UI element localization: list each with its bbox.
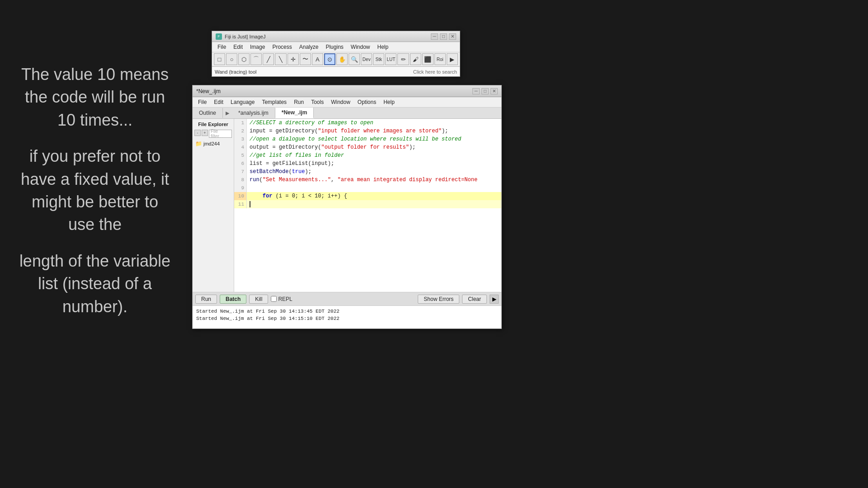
tool-polygon[interactable]: ⬡	[238, 53, 250, 65]
tool-freehand-line[interactable]: 〜	[300, 53, 311, 65]
tool-freehand[interactable]: ⌒	[250, 53, 262, 65]
fiji-toolbar-window: F Fiji is Just] ImageJ ─ □ ✕ File Edit I…	[212, 31, 460, 77]
fiji-menu-plugins[interactable]: Plugins	[322, 43, 347, 51]
editor-bottom-bar: Run Batch Kill REPL Show Errors Clear ▶	[193, 292, 501, 306]
tool-rectangle[interactable]: □	[214, 53, 225, 65]
tab-outline[interactable]: Outline	[193, 108, 223, 118]
left-text-p2: if you prefer not to have a fixed value,…	[18, 145, 172, 236]
fiji-title-bar: F Fiji is Just] ImageJ ─ □ ✕	[212, 31, 460, 42]
left-text-p1: The value 10 means the code will be run …	[18, 63, 172, 131]
tool-macro[interactable]: ▶	[447, 53, 458, 65]
fe-plus-button[interactable]: +	[202, 130, 208, 136]
file-explorer-panel: File Explorer - + File filter... 📁 jmd24…	[193, 119, 234, 292]
tool-segmented[interactable]: ╲	[275, 53, 286, 65]
fe-minus-button[interactable]: -	[194, 130, 201, 136]
tool-stk[interactable]: Stk	[373, 53, 384, 65]
code-line-9: 9	[234, 184, 501, 192]
batch-button[interactable]: Batch	[220, 295, 246, 304]
fiji-title-text: Fiji is Just] ImageJ	[225, 34, 265, 39]
folder-name: jmd244	[203, 141, 220, 146]
editor-close-button[interactable]: ✕	[491, 88, 498, 94]
editor-menu-window[interactable]: Window	[327, 98, 354, 106]
code-line-11: 11	[234, 200, 501, 208]
tab-new-ijm[interactable]: *New_.ijm	[275, 108, 314, 118]
tool-pencil[interactable]: ✏	[397, 53, 409, 65]
fe-filter-input[interactable]: File filter...	[209, 130, 232, 138]
editor-body: File Explorer - + File filter... 📁 jmd24…	[193, 119, 501, 292]
tab-arrow: ▶	[223, 109, 232, 117]
editor-maximize-button[interactable]: □	[481, 88, 489, 94]
show-errors-button[interactable]: Show Errors	[418, 295, 459, 304]
tool-wand[interactable]: ⊙	[324, 53, 335, 65]
fiji-menu-edit[interactable]: Edit	[230, 43, 246, 51]
tool-arrow[interactable]: ✛	[288, 53, 299, 65]
code-line-10: 10 for (i = 0; i < 10; i++) {	[234, 192, 501, 200]
fiji-menu-analyze[interactable]: Analyze	[296, 43, 322, 51]
editor-tabs: Outline ▶ *analysis.ijm *New_.ijm	[193, 108, 501, 119]
editor-minimize-button[interactable]: ─	[472, 88, 480, 94]
editor-menu-file[interactable]: File	[194, 98, 210, 106]
code-line-6: 6 list = getFileList(input);	[234, 160, 501, 168]
kill-button[interactable]: Kill	[249, 295, 268, 304]
editor-menu-language[interactable]: Language	[227, 98, 258, 106]
tool-lut[interactable]: LUT	[385, 53, 396, 65]
fiji-menu-help[interactable]: Help	[374, 43, 392, 51]
play-button[interactable]: ▶	[490, 295, 499, 304]
fiji-menu-process[interactable]: Process	[269, 43, 295, 51]
fiji-menu-image[interactable]: Image	[246, 43, 269, 51]
editor-menu-edit[interactable]: Edit	[210, 98, 227, 106]
fe-folder-item[interactable]: 📁 jmd244	[194, 140, 232, 148]
code-line-1: 1 //SELECT a directory of images to open	[234, 119, 501, 127]
code-line-7: 7 setBatchMode(true);	[234, 168, 501, 176]
fiji-menu-window[interactable]: Window	[347, 43, 374, 51]
editor-window-controls: ─ □ ✕	[472, 88, 498, 94]
code-line-8: 8 run("Set Measurements...", "area mean …	[234, 176, 501, 184]
editor-menu-options[interactable]: Options	[354, 98, 380, 106]
tool-hand[interactable]: ✋	[336, 53, 348, 65]
fiji-status-text: Wand (tracing) tool	[215, 69, 257, 75]
editor-menu-templates[interactable]: Templates	[258, 98, 290, 106]
fiji-tools-row: □ ○ ⬡ ⌒ ╱ ╲ ✛ 〜 A ⊙ ✋ 🔍 Dev Stk LUT ✏ 🖌 …	[212, 52, 460, 66]
code-line-4: 4 output = getDirectory("output folder f…	[234, 143, 501, 151]
repl-label: REPL	[278, 296, 292, 302]
editor-menubar: File Edit Language Templates Run Tools W…	[193, 97, 501, 108]
file-explorer-title: File Explorer	[194, 121, 232, 128]
fiji-search-hint[interactable]: Click here to search	[260, 69, 457, 75]
tool-paintbrush[interactable]: 🖌	[410, 53, 421, 65]
editor-menu-run[interactable]: Run	[290, 98, 307, 106]
tab-analysis-ijm[interactable]: *analysis.ijm	[232, 108, 275, 118]
code-line-5: 5 //get list of files in folder	[234, 151, 501, 160]
tool-text[interactable]: A	[312, 53, 323, 65]
editor-menu-tools[interactable]: Tools	[307, 98, 327, 106]
tool-line[interactable]: ╱	[263, 53, 274, 65]
code-line-2: 2 input = getDirectory("input folder whe…	[234, 127, 501, 135]
tool-zoom[interactable]: 🔍	[349, 53, 360, 65]
fiji-restore-button[interactable]: □	[440, 33, 447, 40]
editor-bottom: Run Batch Kill REPL Show Errors Clear ▶ …	[193, 292, 501, 328]
tool-oval[interactable]: ○	[226, 53, 237, 65]
fiji-title-left: F Fiji is Just] ImageJ	[216, 33, 265, 40]
tool-roi[interactable]: Roi	[434, 53, 446, 65]
left-text-panel: The value 10 means the code will be run …	[0, 54, 190, 341]
editor-title-bar: *New_.ijm ─ □ ✕	[193, 85, 501, 97]
fe-filter-placeholder: File filter...	[211, 129, 230, 139]
fiji-close-button[interactable]: ✕	[449, 33, 456, 40]
repl-checkbox[interactable]	[271, 296, 277, 302]
console-line-2: Started New_.ijm at Fri Sep 30 14:15:10 …	[196, 315, 498, 322]
editor-menu-help[interactable]: Help	[380, 98, 398, 106]
fiji-menu-file[interactable]: File	[214, 43, 230, 51]
code-editor-area[interactable]: 1 //SELECT a directory of images to open…	[234, 119, 501, 292]
repl-checkbox-label: REPL	[271, 296, 292, 302]
run-button[interactable]: Run	[195, 295, 217, 304]
editor-title-text: *New_.ijm	[196, 88, 221, 94]
tool-floodfill[interactable]: ⬛	[422, 53, 434, 65]
clear-button[interactable]: Clear	[462, 295, 487, 304]
left-text-p3: length of the variable list (instead of …	[18, 250, 172, 318]
tool-dev[interactable]: Dev	[361, 53, 372, 65]
script-editor-window: *New_.ijm ─ □ ✕ File Edit Language Templ…	[192, 85, 502, 329]
console-area: Started New_.ijm at Fri Sep 30 14:13:45 …	[193, 306, 501, 328]
fiji-minimize-button[interactable]: ─	[431, 33, 438, 40]
code-line-3: 3 //open a dialogue to select location w…	[234, 135, 501, 143]
fiji-app-icon: F	[216, 33, 222, 40]
fiji-status-bar: Wand (tracing) tool Click here to search	[212, 66, 460, 76]
